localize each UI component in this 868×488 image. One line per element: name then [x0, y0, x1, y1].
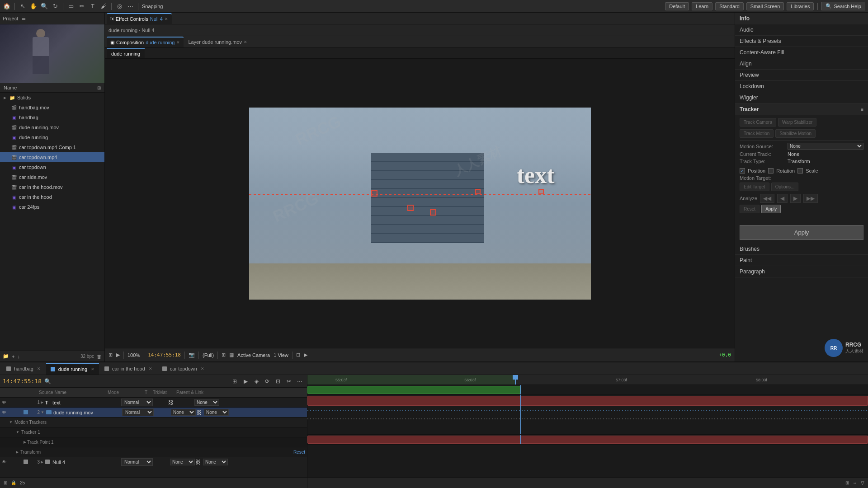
content-aware-fill-item[interactable]: Content-Aware Fill	[735, 47, 868, 58]
lockdown-item[interactable]: Lockdown	[735, 81, 868, 92]
track-lane-1[interactable]	[307, 385, 868, 395]
project-menu-icon[interactable]: ☰	[22, 16, 26, 21]
paragraph-item[interactable]: Paragraph	[735, 266, 868, 277]
eye-icon-2[interactable]: 👁	[2, 410, 8, 415]
tl-bottom-btn-1[interactable]: ⊞	[4, 480, 7, 485]
item-car-24fps[interactable]: ▣ car 24fps	[0, 202, 104, 212]
timeline-tab-car-hood-close[interactable]: ✕	[149, 366, 152, 371]
tab-effect-controls[interactable]: fx Effect Controls Null 4 ✕	[107, 13, 172, 24]
tab-close-comp[interactable]: ✕	[176, 40, 180, 45]
eye-icon-3[interactable]: 👁	[2, 460, 8, 465]
timeline-tab-dude-running-close[interactable]: ✕	[91, 367, 94, 371]
layer-mode-select-1[interactable]: Normal	[121, 399, 153, 406]
tl-btn-2[interactable]: ▶	[241, 377, 250, 386]
track-motion-btn[interactable]: Track Motion	[740, 129, 774, 138]
expand-2[interactable]: ▼	[41, 410, 44, 414]
import-icon[interactable]: ↓	[17, 354, 20, 359]
brush-tool[interactable]: 🖌	[99, 2, 108, 10]
track-lane-3[interactable]	[307, 435, 868, 445]
tl-right-bottom-btn-2[interactable]: ↔	[853, 480, 857, 485]
tl-bottom-btn-2[interactable]: 🔒	[11, 480, 16, 485]
eye-icon-1[interactable]: 👁	[2, 400, 8, 405]
parent-select-1[interactable]: None	[194, 399, 219, 406]
home-icon[interactable]: 🏠	[3, 2, 11, 10]
parent-select-3[interactable]: None	[203, 459, 228, 465]
options-btn[interactable]: Options...	[771, 183, 799, 191]
select-tool[interactable]: ↖	[19, 2, 27, 10]
tl-right-bottom-btn-1[interactable]: ⊞	[845, 480, 849, 485]
brushes-item[interactable]: Brushes	[735, 244, 868, 255]
tl-btn-6[interactable]: ✂	[284, 377, 293, 386]
hand-tool[interactable]: ✋	[29, 2, 38, 10]
analyze-next-btn[interactable]: ▶	[790, 194, 801, 203]
tab-close-effect[interactable]: ✕	[165, 17, 168, 21]
view-count-label[interactable]: 1 View	[274, 352, 288, 358]
item-solids-folder[interactable]: ▶ 📁 Solids	[0, 93, 104, 103]
text-tool[interactable]: T	[89, 2, 97, 10]
tl-btn-7[interactable]: ⋯	[295, 377, 304, 386]
item-car-topdown-comp1[interactable]: 🎬 car topdown.mp4 Comp 1	[0, 142, 104, 152]
effects-presets-item[interactable]: Effects & Presets	[735, 36, 868, 47]
audio-panel-item[interactable]: Audio	[735, 24, 868, 36]
layer-row-1[interactable]: 👁 1 ▶ T text Normal ⛓ None	[0, 398, 307, 408]
warp-stabilizer-btn[interactable]: Warp Stabilizer	[778, 118, 816, 127]
edit-target-btn[interactable]: Edit Target	[740, 183, 769, 191]
pen-tool[interactable]: ✏	[78, 2, 86, 10]
expand-tracker-1[interactable]: ▼	[16, 430, 19, 434]
item-car-in-the-hood-mov[interactable]: 🎬 car in the hood.mov	[0, 182, 104, 192]
item-handbag[interactable]: ▣ handbag	[0, 113, 104, 122]
timeline-ruler[interactable]: 55:03f 56:03f 57:03f 58:03f	[307, 375, 868, 385]
reset-btn[interactable]: Reset	[740, 205, 760, 213]
expand-3[interactable]: ▶	[41, 460, 43, 464]
info-section-header[interactable]: Info	[735, 13, 868, 24]
tl-btn-4[interactable]: ⟳	[263, 377, 272, 386]
active-camera-label[interactable]: Active Camera	[237, 352, 270, 358]
camera-icon[interactable]: 📷	[189, 352, 195, 358]
tl-right-bottom-btn-3[interactable]: ▽	[861, 480, 864, 485]
rect-tool[interactable]: ▭	[67, 2, 75, 10]
checkerboard-icon[interactable]: ▦	[229, 352, 234, 358]
tl-btn-5[interactable]: ⊡	[274, 377, 283, 386]
wiggler-item[interactable]: Wiggler	[735, 92, 868, 103]
trk-mat-select-2[interactable]: None	[171, 409, 196, 416]
trk-mat-select-3[interactable]: None	[170, 459, 195, 465]
delete-icon[interactable]: 🗑	[97, 354, 102, 359]
expand-track-point-1[interactable]: ▶	[24, 440, 26, 444]
track-camera-btn[interactable]: Track Camera	[740, 118, 776, 127]
apply-btn[interactable]: Apply	[761, 205, 781, 213]
track-lane-2[interactable]	[307, 395, 868, 435]
workspace-standard[interactable]: Standard	[715, 2, 744, 10]
preview-item[interactable]: Preview	[735, 70, 868, 81]
tab-close-layer[interactable]: ✕	[244, 40, 247, 44]
grid-icon[interactable]: ⊞	[222, 352, 226, 358]
timeline-tab-car-in-hood[interactable]: car in the hood ✕	[100, 363, 157, 375]
tab-composition[interactable]: ▣ Composition dude running ✕	[107, 37, 184, 47]
workspace-libraries[interactable]: Libraries	[787, 2, 814, 10]
paint-item[interactable]: Paint	[735, 255, 868, 266]
preview-play-icon[interactable]: ▶	[116, 352, 120, 358]
quality-label[interactable]: (Full)	[203, 352, 214, 358]
item-car-topdown[interactable]: ▣ car topdown	[0, 162, 104, 172]
analyze-prev-btn[interactable]: ◀	[777, 194, 788, 203]
item-handbag-mov[interactable]: 🎬 handbag.mov	[0, 103, 104, 113]
item-dude-running-mov[interactable]: 🎬 dude running.mov	[0, 122, 104, 132]
expand-1[interactable]: ▶	[41, 400, 43, 404]
scale-checkbox[interactable]	[797, 168, 803, 174]
layer-row-2[interactable]: 👁 2 ▼ dude running.mov Normal None ⛓	[0, 408, 307, 418]
new-folder-icon[interactable]: +	[12, 354, 14, 359]
item-car-side-mov[interactable]: 🎬 car side.mov	[0, 172, 104, 182]
tracker-menu-icon[interactable]: ≡	[861, 107, 863, 112]
rotation-checkbox[interactable]	[768, 168, 774, 174]
zoom-tool[interactable]: 🔍	[40, 2, 48, 10]
timeline-tab-car-topdown-close[interactable]: ✕	[201, 366, 204, 371]
tl-btn-1[interactable]: ⊞	[230, 377, 239, 386]
layer-mode-select-2[interactable]: Normal	[122, 408, 154, 416]
list-view-icon[interactable]: ⊞	[97, 85, 101, 90]
timeline-tab-handbag-close[interactable]: ✕	[37, 366, 41, 371]
layer-row-3[interactable]: 👁 3 ▶ Null 4 Normal None ⛓	[0, 457, 307, 467]
inner-tab-dude-running[interactable]: dude running	[107, 48, 145, 58]
timeline-tab-dude-running[interactable]: dude running ✕	[46, 363, 99, 375]
stabilize-motion-btn[interactable]: Stabilize Motion	[775, 129, 816, 138]
parent-select-2[interactable]: None	[204, 409, 229, 416]
render-icon[interactable]: ▶	[304, 352, 307, 358]
